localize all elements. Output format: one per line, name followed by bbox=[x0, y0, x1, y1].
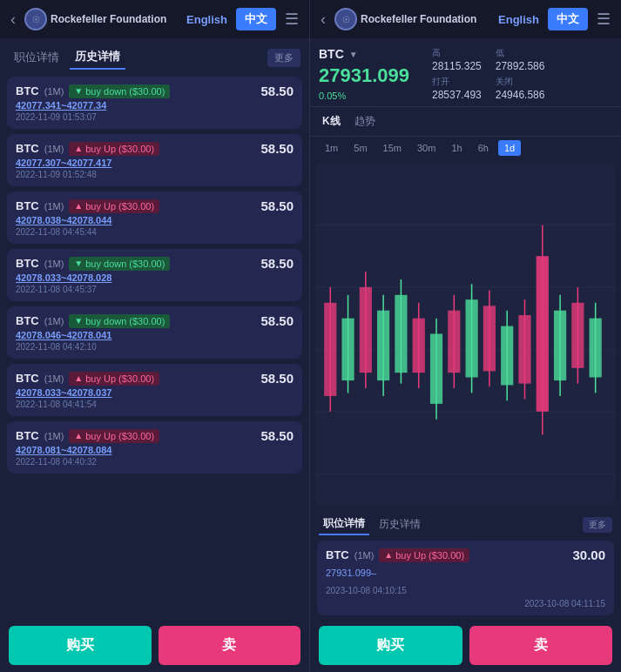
amount-2: ($30.00) bbox=[118, 201, 154, 212]
trade-row2-5: 42078.033~42078.037 bbox=[16, 387, 294, 398]
period-0: (1M) bbox=[44, 86, 64, 97]
sell-button-right[interactable]: 卖 bbox=[469, 626, 613, 665]
tf-btn-1m[interactable]: 1m bbox=[319, 140, 344, 156]
trade-row2-3: 42078.033~42078.028 bbox=[16, 272, 294, 283]
close-label: 关闭 bbox=[496, 76, 545, 88]
trade-row3-2: 2022-11-08 04:45:44 bbox=[16, 227, 294, 237]
tf-btn-1d[interactable]: 1d bbox=[498, 140, 521, 156]
buy-button-right[interactable]: 购买 bbox=[319, 626, 462, 665]
rtc-amount: ($30.00) bbox=[429, 550, 464, 561]
right-bottom: 职位详情 历史详情 更多 BTC (1M) ▲ buy Up ($30.00) … bbox=[310, 508, 621, 672]
ticker-symbol-row: BTC ▼ bbox=[319, 47, 423, 61]
logo-icon-right: ☉ bbox=[334, 8, 357, 30]
right-trade-card: BTC (1M) ▲ buy Up ($30.00) 30.00 27931.0… bbox=[317, 541, 614, 615]
chart-tab-kline[interactable]: K线 bbox=[319, 112, 344, 131]
trade-row3-0: 2022-11-09 01:53:07 bbox=[16, 112, 294, 122]
trade-row3-3: 2022-11-08 04:45:37 bbox=[16, 285, 294, 294]
ticker-price: 27931.099 bbox=[319, 64, 423, 87]
trade-card-0: BTC (1M) ▼ buy down ($30.00) 58.50 42077… bbox=[7, 77, 302, 129]
trade-row1-6: BTC (1M) ▲ buy Up ($30.00) 58.50 bbox=[16, 428, 294, 443]
right-tab-history[interactable]: 历史详情 bbox=[375, 514, 425, 534]
open-value: 28537.493 bbox=[432, 89, 482, 101]
logo-right: ☉ Rockefeller Foundation bbox=[334, 8, 476, 30]
right-panel: ‹ ☉ Rockefeller Foundation English 中文 ☰ … bbox=[310, 0, 621, 672]
trade-card-5: BTC (1M) ▲ buy Up ($30.00) 58.50 42078.0… bbox=[7, 364, 302, 416]
symbol-1: BTC bbox=[16, 142, 39, 155]
symbol-4: BTC bbox=[16, 314, 39, 327]
value-4: 58.50 bbox=[260, 313, 294, 328]
dir-icon-5: ▲ bbox=[74, 373, 83, 383]
lang-chinese-button[interactable]: 中文 bbox=[236, 8, 276, 30]
stat-close: 关闭 24946.586 bbox=[496, 76, 545, 101]
up-icon: ▲ bbox=[384, 550, 393, 560]
direction-4: ▼ buy down ($30.00) bbox=[69, 314, 170, 328]
lang-chinese-button-right[interactable]: 中文 bbox=[548, 8, 588, 30]
more-button-left[interactable]: 更多 bbox=[267, 49, 300, 67]
tf-btn-15m[interactable]: 15m bbox=[377, 140, 408, 156]
menu-button-right[interactable]: ☰ bbox=[593, 8, 614, 30]
period-5: (1M) bbox=[44, 373, 64, 384]
ticker-symbol[interactable]: BTC bbox=[319, 47, 344, 61]
trade-row2-6: 42078.081~42078.084 bbox=[16, 445, 294, 455]
value-0: 58.50 bbox=[260, 84, 294, 98]
tf-btn-5m[interactable]: 5m bbox=[348, 140, 373, 156]
rtc-direction-label: buy Up bbox=[395, 550, 426, 561]
amount-5: ($30.00) bbox=[118, 373, 154, 384]
symbol-2: BTC bbox=[16, 199, 39, 212]
ticker-bar: BTC ▼ 27931.099 0.05% 高 28115.325 低 2789… bbox=[310, 38, 621, 107]
ticker-stats-row1: 高 28115.325 低 27892.586 bbox=[432, 47, 612, 72]
timeframe-row: 1m5m15m30m1h6h1d bbox=[310, 137, 621, 159]
stat-high: 高 28115.325 bbox=[432, 47, 482, 72]
left-tabs-bar: 职位详情 历史详情 更多 bbox=[0, 38, 309, 73]
price-range-1: 42077.307~42077.417 bbox=[16, 158, 111, 168]
tf-btn-30m[interactable]: 30m bbox=[411, 140, 442, 156]
stat-open: 打开 28537.493 bbox=[432, 76, 482, 101]
tf-btn-6h[interactable]: 6h bbox=[472, 140, 495, 156]
trade-row3-5: 2022-11-08 04:41:54 bbox=[16, 400, 294, 409]
period-4: (1M) bbox=[44, 316, 64, 326]
trade-row3-4: 2022-11-08 04:42:10 bbox=[16, 342, 294, 352]
tab-history[interactable]: 历史详情 bbox=[70, 45, 125, 70]
chart-svg bbox=[315, 163, 616, 505]
trade-row3-1: 2022-11-09 01:52:48 bbox=[16, 170, 294, 179]
logo: ☉ Rockefeller Foundation bbox=[24, 8, 166, 30]
dropdown-icon[interactable]: ▼ bbox=[349, 50, 358, 59]
trade-card-2: BTC (1M) ▲ buy Up ($30.00) 58.50 42078.0… bbox=[7, 192, 302, 244]
tf-btn-1h[interactable]: 1h bbox=[445, 140, 468, 156]
chart-tab-trend[interactable]: 趋势 bbox=[351, 112, 379, 131]
menu-button[interactable]: ☰ bbox=[281, 8, 302, 30]
buy-button-left[interactable]: 购买 bbox=[9, 626, 152, 665]
lang-english-button[interactable]: English bbox=[183, 11, 231, 28]
dir-icon-4: ▼ bbox=[74, 316, 83, 326]
chart-tabs-row: K线 趋势 bbox=[310, 107, 621, 137]
tab-positions[interactable]: 职位详情 bbox=[9, 46, 64, 69]
trade-card-3: BTC (1M) ▼ buy down ($30.00) 58.50 42078… bbox=[7, 249, 302, 301]
high-value: 28115.325 bbox=[432, 60, 482, 72]
rtc-row2: 27931.099– bbox=[326, 564, 605, 580]
amount-3: ($30.00) bbox=[129, 259, 165, 269]
dir-icon-2: ▲ bbox=[74, 201, 83, 211]
right-tab-positions[interactable]: 职位详情 bbox=[319, 514, 369, 535]
logo-icon: ☉ bbox=[24, 8, 47, 30]
direction-2: ▲ buy Up ($30.00) bbox=[69, 199, 159, 213]
trade-row2-2: 42078.038~42078.044 bbox=[16, 215, 294, 225]
trade-row3-6: 2022-11-08 04:40:32 bbox=[16, 457, 294, 467]
more-button-right[interactable]: 更多 bbox=[583, 517, 612, 533]
time-4: 2022-11-08 04:42:10 bbox=[16, 342, 97, 352]
lang-english-button-right[interactable]: English bbox=[495, 11, 543, 28]
price-range-3: 42078.033~42078.028 bbox=[16, 272, 111, 283]
dir-label-6: buy Up bbox=[85, 431, 116, 441]
rtc-row3: 2023-10-08 04:11:15 bbox=[326, 599, 605, 608]
dir-label-2: buy Up bbox=[85, 201, 116, 212]
close-value: 24946.586 bbox=[496, 89, 545, 101]
high-label: 高 bbox=[432, 47, 482, 59]
trade-row1-0: BTC (1M) ▼ buy down ($30.00) 58.50 bbox=[16, 84, 294, 98]
ticker-stats: 高 28115.325 低 27892.586 打开 28537.493 关闭 … bbox=[432, 47, 612, 101]
back-button-right[interactable]: ‹ bbox=[317, 9, 329, 30]
sell-button-left[interactable]: 卖 bbox=[159, 626, 301, 665]
back-button[interactable]: ‹ bbox=[7, 9, 19, 30]
ticker-stats-row2: 打开 28537.493 关闭 24946.586 bbox=[432, 76, 612, 101]
amount-1: ($30.00) bbox=[118, 144, 154, 154]
trade-row1-5: BTC (1M) ▲ buy Up ($30.00) 58.50 bbox=[16, 371, 294, 386]
value-1: 58.50 bbox=[260, 141, 294, 156]
